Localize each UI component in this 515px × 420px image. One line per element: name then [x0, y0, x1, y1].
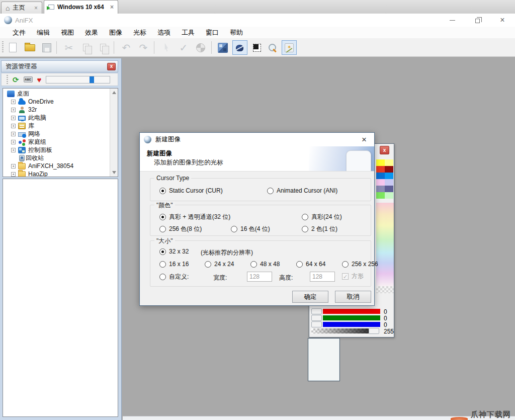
undo-button[interactable]: ↶	[119, 40, 134, 55]
radio-24bit[interactable]: 真彩(24 位)	[302, 213, 342, 221]
tree-item-onedrive[interactable]: + OneDrive	[11, 98, 54, 106]
menu-image[interactable]: 图像	[104, 27, 128, 38]
paste-button[interactable]	[96, 40, 111, 55]
close-button[interactable]: ×	[494, 14, 511, 27]
blue-slider-thumb[interactable]	[311, 321, 322, 327]
rainbow-gradient-picker[interactable]	[376, 203, 394, 286]
color-swatch[interactable]	[376, 186, 385, 192]
radio-32x32[interactable]: 32 x 32	[159, 248, 189, 255]
radio-16x16[interactable]: 16 x 16	[159, 261, 189, 268]
sphere-tool-button[interactable]	[193, 40, 208, 55]
explorer-close-button[interactable]: x	[107, 63, 116, 70]
zoom-tool-button[interactable]	[265, 40, 280, 55]
tab-home[interactable]: ⌂ 主页 ×	[1, 2, 42, 14]
radio-animated-cursor[interactable]: Animated Cursor (ANI)	[267, 187, 337, 194]
menu-options[interactable]: 选项	[152, 27, 176, 38]
color-swatch[interactable]	[376, 173, 385, 179]
radio-64x64[interactable]: 64 x 64	[296, 261, 325, 268]
redo-button[interactable]: ↷	[136, 40, 151, 55]
open-file-button[interactable]	[22, 40, 37, 55]
pointer-tool-button[interactable]	[159, 40, 174, 55]
explorer-slider-thumb[interactable]	[90, 76, 94, 83]
expand-icon[interactable]: +	[11, 108, 16, 112]
tree-item-control-panel[interactable]: + 控制面板	[11, 146, 52, 154]
refresh-icon[interactable]: ⟳	[13, 76, 19, 83]
expand-icon[interactable]: +	[11, 172, 16, 177]
menu-window[interactable]: 窗口	[200, 27, 224, 38]
menu-view[interactable]: 视图	[55, 27, 79, 38]
menu-effects[interactable]: 效果	[79, 27, 104, 38]
tree-item-recycle-bin[interactable]: 回收站	[18, 154, 44, 162]
radio-static-cursor[interactable]: Static Cursor (CUR)	[159, 187, 223, 194]
red-slider-thumb[interactable]	[311, 308, 322, 314]
radio-48x48[interactable]: 48 x 48	[250, 261, 280, 268]
rename-abc-icon[interactable]: ABC	[24, 76, 33, 82]
tree-item-homegroup[interactable]: + 家庭组	[11, 138, 46, 146]
dialog-title-bar[interactable]: 新建图像 ×	[140, 133, 374, 146]
color-swatch[interactable]	[376, 159, 385, 166]
radio-1bit[interactable]: 2 色(1 位)	[302, 225, 337, 233]
menu-file[interactable]: 文件	[7, 27, 31, 38]
tree-item-libraries[interactable]: + 库	[11, 122, 34, 130]
expand-icon[interactable]: +	[11, 116, 16, 120]
alpha-checker-strip[interactable]	[376, 286, 394, 293]
color-swatch[interactable]	[385, 186, 393, 192]
dialog-close-button[interactable]: ×	[358, 135, 370, 145]
cancel-button[interactable]: 取消	[335, 291, 371, 303]
alpha-slider[interactable]: 255	[311, 328, 393, 334]
radio-24x24[interactable]: 24 x 24	[205, 261, 234, 268]
expand-icon[interactable]: +	[11, 148, 16, 152]
color-swatch[interactable]	[385, 179, 393, 186]
green-slider-thumb[interactable]	[311, 315, 322, 321]
minimize-button[interactable]	[444, 14, 461, 27]
expand-icon[interactable]: +	[11, 100, 16, 104]
expand-icon[interactable]: +	[11, 140, 16, 144]
radio-32bit[interactable]: 真彩 + 透明通道(32 位)	[159, 213, 230, 221]
expand-icon[interactable]: +	[11, 132, 16, 136]
palette-close-button[interactable]: x	[380, 146, 389, 154]
radio-8bit[interactable]: 256 色(8 位)	[159, 225, 202, 233]
square-checkbox[interactable]: ✓ 方形	[342, 272, 364, 281]
scroll-down-icon[interactable]	[112, 171, 116, 174]
restore-button[interactable]	[469, 14, 486, 27]
favorites-heart-icon[interactable]: ♥	[37, 76, 42, 83]
tree-item-this-pc[interactable]: + 此电脑	[11, 114, 46, 122]
paint-new-button[interactable]	[282, 40, 297, 55]
tree-item-haozip[interactable]: + HaoZip	[11, 170, 48, 177]
image-test-button[interactable]	[215, 40, 230, 55]
tree-scrollbar[interactable]	[110, 89, 118, 177]
color-swatch[interactable]	[385, 159, 393, 166]
menu-tools[interactable]: 工具	[176, 27, 200, 38]
alpha-slider-thumb[interactable]	[369, 328, 379, 334]
hide-cursor-button[interactable]	[232, 40, 247, 55]
tree-item-desktop[interactable]: 桌面	[7, 90, 29, 98]
radio-4bit[interactable]: 16 色(4 位)	[231, 225, 270, 233]
green-slider[interactable]: 0	[311, 315, 393, 321]
radio-custom[interactable]: 自定义:	[159, 273, 189, 281]
tab-home-close-icon[interactable]: ×	[34, 5, 38, 12]
ok-button[interactable]: 确定	[292, 291, 328, 303]
explorer-header[interactable]: 资源管理器 x	[1, 60, 118, 72]
check-tool-button[interactable]: ✓	[176, 40, 191, 55]
explorer-zoom-slider[interactable]	[46, 76, 110, 83]
tree-item-anifxch[interactable]: + AniFXCH_38054	[11, 162, 73, 170]
color-swatch[interactable]	[376, 166, 385, 173]
expand-icon[interactable]: +	[11, 124, 16, 128]
red-slider[interactable]: 0	[311, 308, 393, 314]
color-swatch[interactable]	[385, 173, 393, 179]
save-button[interactable]	[39, 40, 54, 55]
color-swatch[interactable]	[376, 192, 385, 199]
width-input[interactable]	[247, 272, 272, 282]
menu-help[interactable]: 帮助	[224, 27, 248, 38]
scroll-up-icon[interactable]	[112, 91, 116, 94]
expand-icon[interactable]: +	[11, 164, 16, 169]
radio-256x256[interactable]: 256 x 256	[342, 261, 378, 268]
copy-button[interactable]	[78, 40, 94, 55]
color-swatch[interactable]	[376, 179, 385, 186]
tab-windows10-close-icon[interactable]: ×	[110, 4, 114, 11]
color-swatch[interactable]	[385, 192, 393, 199]
cut-button[interactable]: ✂	[61, 40, 76, 55]
height-input[interactable]	[310, 272, 335, 282]
selection-tool-button[interactable]	[249, 40, 265, 55]
tree-item-network[interactable]: + 网络	[11, 130, 40, 138]
